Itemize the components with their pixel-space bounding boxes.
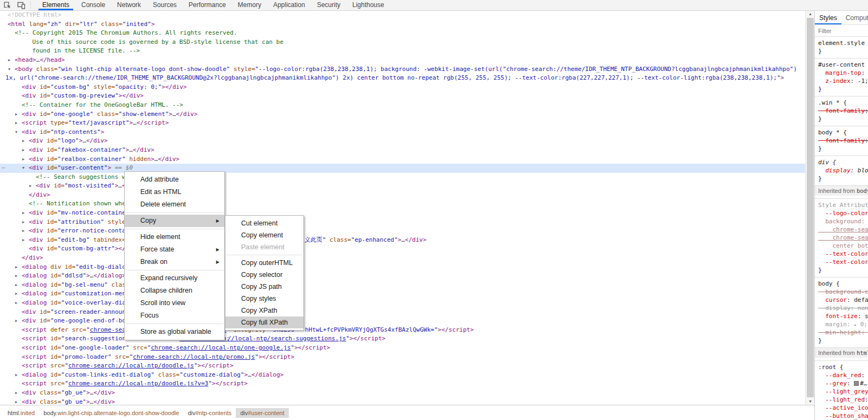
dom-node-line[interactable]: <!-- Search suggestions with Google. --> bbox=[0, 173, 805, 182]
submenu-item-cut-element[interactable]: Cut element bbox=[225, 217, 303, 229]
tab-application[interactable]: Application bbox=[267, 0, 311, 10]
menu-item-edit-as-html[interactable]: Edit as HTML bbox=[125, 186, 224, 198]
dom-node-line[interactable]: ▶<div class="gb_ue">…</div> bbox=[0, 398, 805, 405]
tab-console[interactable]: Console bbox=[75, 0, 111, 10]
expand-arrow-icon[interactable]: ▶ bbox=[22, 218, 24, 227]
collapse-arrow-icon[interactable]: ▼ bbox=[15, 128, 17, 137]
tab-network[interactable]: Network bbox=[111, 0, 147, 10]
menu-item-force-state[interactable]: Force state▶ bbox=[125, 243, 224, 256]
style-rule-row[interactable]: font-family: …; bbox=[815, 107, 868, 115]
dom-node-line[interactable]: <script id="one-google-loader" src="chro… bbox=[0, 344, 805, 353]
style-rule-row[interactable]: display: block; bbox=[815, 166, 868, 175]
submenu-item-copy-element[interactable]: Copy element bbox=[225, 229, 303, 241]
expand-arrow-icon[interactable]: ▶ bbox=[15, 389, 17, 398]
submenu-item-copy-js-path[interactable]: Copy JS path bbox=[225, 281, 303, 293]
dom-node-line[interactable]: <script src="chrome-search://local-ntp/d… bbox=[0, 361, 805, 371]
style-rule-row[interactable]: --text-color: rgba(227,227,227,1); bbox=[815, 250, 868, 258]
expand-arrow-icon[interactable]: ▶ bbox=[29, 182, 31, 191]
dom-node-line[interactable]: ▶<dialog id="custom-links-edit-dialog" c… bbox=[0, 371, 805, 380]
style-rule-row[interactable]: background: bbox=[815, 217, 868, 225]
style-rule-row[interactable]: } bbox=[815, 266, 868, 274]
dom-node-line[interactable]: <script id="search-suggestions-loader" s… bbox=[0, 334, 805, 344]
collapse-arrow-icon[interactable]: ▼ bbox=[22, 164, 24, 173]
style-rule-row[interactable]: --light_grey: #…; bbox=[815, 387, 868, 396]
style-rule-row[interactable]: --active_icon: …; bbox=[815, 404, 868, 412]
style-rule-row[interactable]: center bottom no-repeat bbox=[815, 242, 868, 250]
node-more-actions-icon[interactable]: ⋯ bbox=[2, 164, 5, 173]
style-rule-row[interactable]: body * { bbox=[815, 126, 868, 137]
expand-arrow-icon[interactable]: ▶ bbox=[8, 56, 10, 65]
dom-node-line[interactable]: ▶<div id="fakebox-container">…</div> bbox=[0, 146, 805, 155]
menu-item-hide-element[interactable]: Hide element bbox=[125, 231, 224, 243]
menu-item-focus[interactable]: Focus bbox=[125, 309, 224, 322]
dom-node-line[interactable]: ▼<body class="win light-chip alternate-l… bbox=[0, 65, 805, 74]
style-rule-row[interactable]: .win * { bbox=[815, 96, 868, 107]
style-rule-row[interactable]: margin: ▸ 0; bbox=[815, 320, 868, 328]
style-rule-row[interactable]: Style Attribute { bbox=[815, 198, 868, 209]
menu-item-delete-element[interactable]: Delete element bbox=[125, 198, 224, 211]
color-swatch-icon[interactable] bbox=[854, 381, 859, 386]
expand-arrow-icon[interactable]: ▶ bbox=[15, 289, 17, 299]
expand-arrow-icon[interactable]: ▶ bbox=[15, 371, 17, 380]
sidebar-tab-computed[interactable]: Computed bbox=[841, 11, 868, 24]
style-rule-row[interactable]: z-index: -1; bbox=[815, 77, 868, 85]
submenu-item-copy-xpath[interactable]: Copy XPath bbox=[225, 305, 303, 316]
dom-node-line[interactable]: ▶<dialog id="bg-sel-menu" class="…">…</d… bbox=[0, 281, 805, 290]
style-rule-row[interactable]: display: none; bbox=[815, 304, 868, 312]
expand-arrow-icon[interactable]: ▶ bbox=[15, 281, 17, 290]
style-rule-row[interactable]: #user-content { bbox=[815, 58, 868, 69]
node-link[interactable]: body.win.light-chip.alternate-logo.dont-… bbox=[857, 188, 868, 194]
dom-node-line[interactable]: <script src="chrome-search://local-ntp/d… bbox=[0, 379, 805, 389]
style-rule-row[interactable]: } bbox=[815, 175, 868, 183]
device-toolbar-icon[interactable] bbox=[14, 0, 28, 10]
style-rule-row[interactable]: :root { bbox=[815, 360, 868, 371]
inspect-element-icon[interactable] bbox=[0, 0, 14, 10]
submenu-item-copy-selector[interactable]: Copy selector bbox=[225, 269, 303, 281]
style-rule-row[interactable]: --dark_red: #…; bbox=[815, 371, 868, 379]
expand-arrow-icon[interactable]: ▶ bbox=[22, 146, 24, 155]
dom-node-line[interactable]: ▶<div id="mv-notice-container">…</div> bbox=[0, 209, 805, 218]
style-rule-row[interactable]: div { bbox=[815, 156, 868, 166]
style-rule-row[interactable]: --light_red: #…; bbox=[815, 396, 868, 404]
dom-node-line[interactable]: ▶<dialog id="ddlsd">…</dialog> bbox=[0, 272, 805, 281]
style-rule-row[interactable]: element.style { bbox=[815, 39, 868, 47]
dom-node-line[interactable]: ▶<div id="attribution" style="…">…</div> bbox=[0, 218, 805, 227]
menu-item-collapse-children[interactable]: Collapse children bbox=[125, 285, 224, 297]
expand-arrow-icon[interactable]: ▶ bbox=[15, 263, 17, 272]
style-rule-row[interactable]: min-height: …; bbox=[815, 328, 868, 337]
submenu-item-copy-full-xpath[interactable]: Copy full XPath bbox=[225, 316, 303, 328]
dom-node-line[interactable]: <html lang="zh" dir="ltr" class="inited"… bbox=[0, 20, 805, 29]
dom-node-line[interactable]: ▶<dialog div id="edit-bg-dialog">…</dial… bbox=[0, 263, 805, 272]
dom-node-line[interactable]: ▶<div id="one-google-end-of-body">…</div… bbox=[0, 316, 805, 326]
dom-node-line[interactable]: <!-- Copyright 2015 The Chromium Authors… bbox=[0, 29, 805, 38]
dom-node-line[interactable]: <script defer src="chrome-search://local… bbox=[0, 326, 805, 335]
tab-sources[interactable]: Sources bbox=[147, 0, 183, 10]
dom-node-line[interactable]: <div id="screen-reader-announcement"></d… bbox=[0, 308, 805, 317]
sidebar-tab-styles[interactable]: Styles bbox=[815, 11, 841, 24]
expand-arrow-icon[interactable]: ▶ bbox=[15, 316, 17, 326]
expand-arrow-icon[interactable]: ▶ bbox=[15, 299, 17, 308]
breadcrumb-body-win-light-chip-alternate-logo-dont-show-doodle[interactable]: body.win.light-chip.alternate-logo.dont-… bbox=[39, 408, 184, 418]
scroll-up-icon[interactable]: ▲ bbox=[806, 11, 815, 17]
dom-node-line[interactable]: </div> bbox=[0, 191, 805, 200]
tab-performance[interactable]: Performance bbox=[183, 0, 232, 10]
scrollbar-thumb[interactable] bbox=[807, 18, 814, 397]
dom-node-selected[interactable]: ⋯▼<div id="user-content"> == $0 bbox=[0, 164, 805, 173]
style-rule-row[interactable]: } bbox=[815, 85, 868, 93]
dom-node-line[interactable]: ▶<div id="one-google" class="show-elemen… bbox=[0, 110, 805, 119]
breadcrumb-html-inited[interactable]: html.inited bbox=[3, 408, 39, 418]
tab-elements[interactable]: Elements bbox=[36, 0, 75, 10]
style-rule-row[interactable]: } bbox=[815, 337, 868, 345]
style-rule-row[interactable]: font-size: small; bbox=[815, 312, 868, 320]
dom-node-line[interactable]: <div id="custom-bg-attr"></div> bbox=[0, 244, 805, 254]
dom-node-line[interactable]: ▶<div id="edit-bg" tabindex="0" title="自… bbox=[0, 236, 805, 245]
expand-arrow-icon[interactable]: ▶ bbox=[22, 155, 24, 164]
style-rule-row[interactable]: body { bbox=[815, 277, 868, 288]
tab-security[interactable]: Security bbox=[311, 0, 346, 10]
expand-arrow-icon[interactable]: ▶ bbox=[15, 119, 17, 128]
style-rule-row[interactable]: cursor: default; bbox=[815, 296, 868, 304]
submenu-item-paste-element[interactable]: Paste element bbox=[225, 241, 303, 253]
dom-node-line[interactable]: ▶<head>…</head> bbox=[0, 56, 805, 65]
menu-item-add-attribute[interactable]: Add attribute bbox=[125, 173, 224, 186]
dom-node-line[interactable]: <div id="custom-bg-preview"></div> bbox=[0, 92, 805, 101]
